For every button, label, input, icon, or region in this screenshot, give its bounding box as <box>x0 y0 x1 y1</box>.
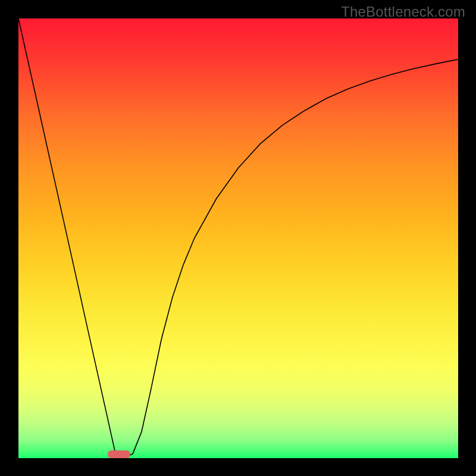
bottleneck-curve <box>18 18 458 456</box>
watermark-text: TheBottleneck.com <box>341 4 465 20</box>
optimal-marker <box>108 450 130 458</box>
plot-area <box>18 18 458 458</box>
chart-frame: TheBottleneck.com <box>0 0 476 476</box>
curve-svg <box>18 18 458 458</box>
